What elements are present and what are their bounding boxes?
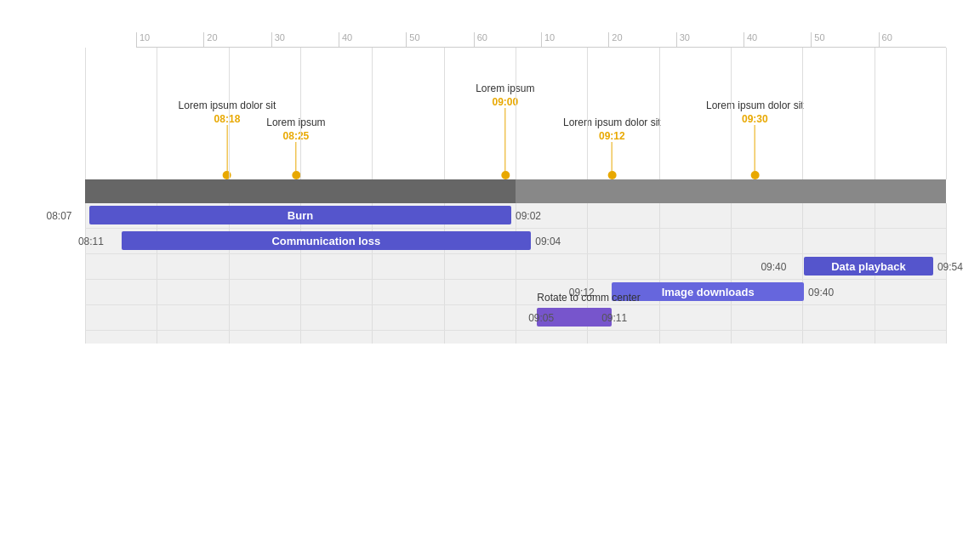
- vertical-grid-line: [372, 48, 373, 179]
- annotation-time: 09:12: [563, 130, 661, 142]
- annotation-text: Lorem ipsum dolor sit: [706, 99, 804, 111]
- vertical-grid-line: [875, 48, 875, 179]
- gantt-row: 09:12Image downloads09:40: [85, 280, 946, 305]
- gantt-row: 08:07Burn09:02: [85, 203, 946, 229]
- annotation: Lorem ipsum08:25: [266, 48, 325, 179]
- annotation-line: [755, 125, 755, 171]
- timeline-container: 102030405060102030405060 Lorem ipsum dol…: [34, 31, 946, 344]
- gantt-bar: Image downloads: [612, 282, 804, 301]
- gantt-area: 08:07Burn09:0208:11Communication loss09:…: [85, 203, 946, 344]
- tick-cell: 20: [608, 32, 675, 47]
- annotation-dot: [750, 171, 759, 179]
- gantt-label-right: 09:40: [808, 287, 834, 298]
- annotation-line: [612, 142, 612, 171]
- gantt-label-right: 09:54: [937, 261, 963, 273]
- annotation-text: Lorem ipsum: [476, 82, 534, 94]
- tick-cell: 60: [879, 32, 946, 47]
- annotation-text: Lorem ipsum: [266, 116, 325, 128]
- vertical-grid-line: [946, 48, 947, 179]
- tick-cell: 60: [474, 32, 541, 47]
- tick-ruler: 102030405060102030405060: [136, 32, 946, 48]
- annotation-text: Lorem ipsum dolor sit: [179, 99, 276, 111]
- gantt-bar: Burn: [89, 206, 511, 224]
- annotation: Lorem ipsum09:00: [476, 48, 534, 179]
- annotation: Lorem ipsum dolor sit08:18: [179, 48, 276, 179]
- annotation-text: Lorem ipsum dolor sit: [563, 116, 661, 128]
- annotation-line: [295, 142, 296, 171]
- annotation-dot: [223, 171, 231, 179]
- tick-cell: 40: [744, 32, 811, 47]
- vertical-grid-line: [946, 203, 947, 344]
- tick-cell: 40: [339, 32, 406, 47]
- annotation-dot: [292, 171, 300, 179]
- annotation-dot: [501, 171, 510, 179]
- gantt-bar: Communication loss: [122, 231, 532, 250]
- gantt-bar: Data playback: [804, 257, 933, 276]
- gantt-label-right: 09:02: [516, 210, 541, 222]
- annotations-area: Lorem ipsum dolor sit08:18Lorem ipsum08:…: [85, 48, 946, 179]
- vertical-grid-line: [157, 48, 157, 179]
- vertical-grid-line: [444, 48, 445, 179]
- annotation: Lorem ipsum dolor sit09:30: [706, 48, 804, 179]
- gantt-label-right: 09:04: [535, 236, 561, 247]
- gantt-sublabel: 09:05: [528, 312, 554, 324]
- gantt-label-left: 08:11: [78, 236, 104, 247]
- gantt-label-left: 09:40: [761, 261, 786, 273]
- tick-cell: 10: [136, 32, 203, 47]
- annotation-time: 09:00: [476, 96, 534, 108]
- gantt-row-label-above: Rotate to comm center: [537, 292, 640, 304]
- tick-cell: 50: [406, 32, 473, 47]
- tick-cell: 30: [271, 32, 339, 47]
- annotation: Lorem ipsum dolor sit09:12: [563, 48, 661, 179]
- tick-cell: 30: [676, 32, 744, 47]
- annotation-line: [226, 125, 227, 171]
- timeline-label-9am: [516, 179, 946, 203]
- timeline-bar: [85, 179, 946, 203]
- annotation-dot: [607, 171, 616, 179]
- gantt-sublabel: 09:11: [601, 312, 627, 324]
- annotation-time: 08:18: [179, 113, 276, 125]
- annotation-line: [504, 108, 505, 171]
- tick-cell: 10: [541, 32, 608, 47]
- tick-cell: 50: [811, 32, 878, 47]
- gantt-row: 09:40Data playback09:54: [85, 254, 946, 280]
- timeline-label-8am: [85, 179, 516, 203]
- gantt-row: 09:0509:11Rotate to comm center: [85, 305, 946, 331]
- annotation-time: 09:30: [706, 113, 804, 125]
- gantt-label-left: 08:07: [46, 210, 71, 222]
- gantt-row: 08:11Communication loss09:04: [85, 229, 946, 254]
- annotation-time: 08:25: [266, 130, 325, 142]
- vertical-grid-line: [85, 48, 86, 179]
- tick-cell: 20: [203, 32, 271, 47]
